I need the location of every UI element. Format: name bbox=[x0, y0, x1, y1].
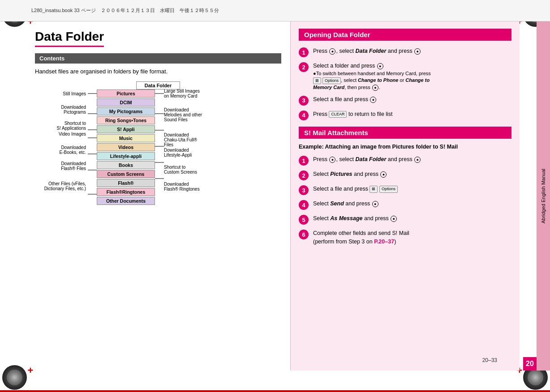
corner-decoration-bl bbox=[2, 365, 27, 390]
sidebar-text: Abridged English Manual bbox=[541, 169, 546, 223]
circle-btn-s4: ● bbox=[372, 201, 378, 207]
smail-step-5-num: 5 bbox=[299, 215, 309, 225]
label-shortcut-s-appli: Shortcut toS! Applications bbox=[35, 122, 88, 130]
key-options-smail: Options bbox=[379, 186, 398, 193]
box-books: Books bbox=[97, 161, 155, 169]
label-other-files: Other Files (vFiles,Dictionary Files, et… bbox=[35, 178, 88, 194]
smail-step-1-content: Press ●, select Data Folder and press ● bbox=[313, 155, 421, 164]
smail-step-3-content: Select a file and press ⊠ Options bbox=[313, 185, 398, 193]
circle-btn-1: ● bbox=[329, 48, 335, 55]
box-other-documents: Other Documents bbox=[97, 197, 155, 205]
box-lifestyle-appli: Lifestyle-appli bbox=[97, 152, 155, 160]
rlabel-large-still: Large Still Imageson Memory Card bbox=[164, 89, 281, 98]
label-downloaded-pictograms: DownloadedPictograms bbox=[35, 106, 88, 114]
smail-step-3: 3 Select a file and press ⊠ Options bbox=[299, 185, 511, 195]
diagram: Data Folder Still Images DownloadedPicto… bbox=[35, 82, 281, 220]
rlabel-chaku-uta: DownloadedChaku-Uta Full®Files bbox=[164, 132, 281, 140]
left-labels: Still Images DownloadedPictograms Shortc… bbox=[35, 89, 88, 220]
right-labels: Large Still Imageson Memory Card Downloa… bbox=[164, 89, 281, 220]
step-3-content: Select a file and press ● bbox=[313, 95, 377, 104]
label-video-images: Video Images bbox=[35, 130, 88, 138]
smail-step-4-num: 4 bbox=[299, 200, 309, 210]
smail-step-4-content: Select Send and press ● bbox=[313, 200, 379, 208]
box-dcim: DCIM bbox=[97, 98, 155, 107]
key-options-2: Options bbox=[322, 77, 341, 84]
box-flash-ringtones: Flash®Ringtones bbox=[97, 188, 155, 196]
box-custom-screens: Custom Screens bbox=[97, 170, 155, 178]
circle-btn-3: ● bbox=[377, 63, 383, 69]
smail-section: S! Mail Attachments Example: Attaching a… bbox=[299, 127, 511, 246]
contents-description: Handset files are organised in folders b… bbox=[35, 68, 281, 75]
step-3-num: 3 bbox=[299, 96, 309, 106]
smail-step-6-content: Complete other fields and send S! Mail (… bbox=[313, 229, 409, 246]
tree-diagram: Still Images DownloadedPictograms Shortc… bbox=[35, 89, 281, 220]
step-4-content: Press CLEAR to return to file list bbox=[313, 110, 393, 119]
contents-header: Contents bbox=[35, 53, 281, 64]
smail-step-1: 1 Press ●, select Data Folder and press … bbox=[299, 155, 511, 166]
opening-header: Opening Data Folder bbox=[299, 29, 511, 41]
box-music: Music bbox=[97, 134, 155, 142]
step-2: 2 Select a folder and press ● ●To switch… bbox=[299, 62, 511, 91]
left-column: Data Folder Contents Handset files are o… bbox=[30, 21, 290, 371]
circle-btn-2: ● bbox=[414, 48, 421, 55]
step-1-num: 1 bbox=[299, 47, 309, 57]
header-text: L280_insatsu.book 33 ページ ２００６年１２月１３日 水曜日… bbox=[31, 7, 219, 14]
sidebar-tab: Abridged English Manual bbox=[537, 21, 550, 371]
label-downloaded-flash: DownloadedFlash® Files bbox=[35, 162, 88, 170]
page-ref: P.20–37 bbox=[374, 239, 394, 245]
step-2-content: Select a folder and press ● ●To switch b… bbox=[313, 62, 431, 91]
step-1: 1 Press ●, select Data Folder and press … bbox=[299, 47, 511, 57]
smail-step-6-num: 6 bbox=[299, 230, 309, 239]
step-4-num: 4 bbox=[299, 111, 309, 120]
smail-step-1-num: 1 bbox=[299, 156, 309, 166]
section-number: 20 bbox=[523, 357, 537, 371]
circle-btn-4: ● bbox=[372, 85, 378, 91]
rlabel-custom-screens: Shortcut toCustom Screens bbox=[164, 166, 281, 174]
smail-step-2-content: Select Pictures and press ● bbox=[313, 170, 387, 179]
smail-header: S! Mail Attachments bbox=[299, 127, 511, 139]
step-1-content: Press ●, select Data Folder and press ● bbox=[313, 47, 421, 55]
rlabel-lifestyle: DownloadedLifestyle-Appli bbox=[164, 149, 281, 157]
left-connector-svg bbox=[88, 89, 97, 220]
circle-btn-s2: ● bbox=[414, 157, 421, 163]
box-ring-songs: Ring Songs•Tones bbox=[97, 116, 155, 124]
smail-step-2-num: 2 bbox=[299, 170, 309, 180]
box-pictures: Pictures bbox=[97, 89, 155, 98]
smail-step-5-content: Select As Message and press ● bbox=[313, 214, 397, 223]
rlabel-downloaded-melodies: DownloadedMelodies and otherSound Files bbox=[164, 107, 281, 115]
smail-step-5: 5 Select As Message and press ● bbox=[299, 214, 511, 225]
header-bar: L280_insatsu.book 33 ページ ２００６年１２月１３日 水曜日… bbox=[0, 0, 550, 21]
page-title: Data Folder bbox=[35, 30, 104, 47]
right-connectors bbox=[155, 89, 164, 220]
clear-key: CLEAR bbox=[329, 111, 347, 118]
step-2-note: ●To switch between handset and Memory Ca… bbox=[313, 70, 431, 91]
circle-btn-s3: ● bbox=[380, 171, 387, 178]
circle-btn-s1: ● bbox=[329, 157, 335, 163]
smail-step-6: 6 Complete other fields and send S! Mail… bbox=[299, 229, 511, 246]
bottom-border bbox=[0, 390, 550, 392]
main-content: Data Folder Contents Handset files are o… bbox=[30, 21, 520, 371]
label-downloaded-ebooks: DownloadedE-Books, etc. bbox=[35, 146, 88, 154]
box-my-pictograms: My Pictograms bbox=[97, 107, 155, 115]
page-number: 20–33 bbox=[482, 357, 497, 363]
right-connector-svg bbox=[155, 89, 164, 192]
key-options-1: ⊠ bbox=[313, 77, 321, 84]
left-connectors bbox=[88, 89, 97, 220]
center-boxes: Pictures DCIM My Pictograms Ring Songs•T… bbox=[97, 89, 155, 220]
smail-step-3-num: 3 bbox=[299, 185, 309, 195]
rlabel-flash-ringtones: DownloadedFlash® Ringtones bbox=[164, 183, 281, 191]
box-flash: Flash® bbox=[97, 179, 155, 187]
key-mail: ⊠ bbox=[370, 186, 378, 193]
smail-step-4: 4 Select Send and press ● bbox=[299, 200, 511, 210]
right-column: Opening Data Folder 1 Press ●, select Da… bbox=[290, 21, 520, 371]
box-videos: Videos bbox=[97, 143, 155, 151]
smail-step-2: 2 Select Pictures and press ● bbox=[299, 170, 511, 180]
box-s-appli: S! Appli bbox=[97, 125, 155, 133]
circle-btn-s5: ● bbox=[391, 216, 397, 222]
smail-example: Example: Attaching an image from Picture… bbox=[299, 143, 511, 151]
label-still-images: Still Images bbox=[35, 89, 88, 98]
circle-btn-5: ● bbox=[370, 97, 376, 103]
step-3: 3 Select a file and press ● bbox=[299, 95, 511, 106]
step-2-num: 2 bbox=[299, 62, 309, 72]
step-4: 4 Press CLEAR to return to file list bbox=[299, 110, 511, 120]
